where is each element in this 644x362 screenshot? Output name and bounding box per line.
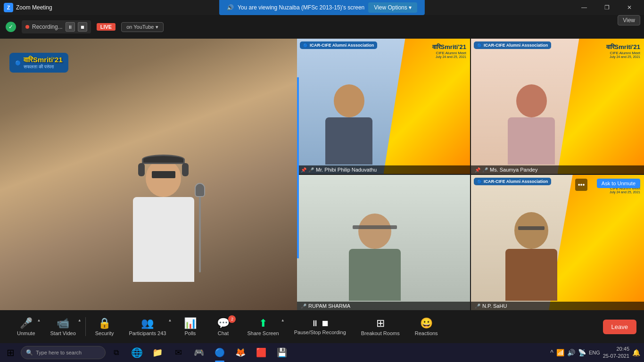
unmute-arrow: ▲ — [37, 318, 41, 322]
system-tray: ^ 📶 🔊 📡 ENG 20:45 25-07-2021 🔔 — [546, 343, 644, 362]
p4-banner-bg: वारिSmriti'21 CIFE Alumni Meet July 24 a… — [549, 175, 644, 310]
polls-label: Polls — [185, 330, 196, 336]
p2-banner-bg: वारिSmriti'21 CIFE Alumni Meet July 24 a… — [558, 39, 644, 174]
p2-pin-icon: 📌 — [475, 167, 480, 173]
start-video-label: Start Video — [50, 330, 76, 336]
p4-glasses — [518, 226, 545, 230]
p1-alumni-meet: CIFE Alumni Meet — [432, 51, 466, 55]
firefox-icon[interactable]: 🦊 — [230, 343, 251, 362]
pause-icon: ⏸ — [311, 319, 319, 329]
zoom-taskbar-icon[interactable]: 🔵 — [209, 343, 230, 362]
close-button[interactable]: ✕ — [619, 0, 640, 15]
stop-recording-button[interactable]: ⏹ — [78, 22, 87, 32]
leave-button[interactable]: Leave — [603, 320, 636, 334]
main-content: 🔵 वारिSmriti'21 सफलता की परंपरा — [0, 39, 644, 310]
chat-badge: 2 — [228, 315, 236, 323]
chat-button[interactable]: 💬 2 Chat — [206, 315, 239, 338]
p4-event-area: वारिSmriti'21 CIFE Alumni Meet July 24 a… — [549, 175, 644, 310]
participant-panel-saumya: वारिSmriti'21 CIFE Alumni Meet July 24 a… — [471, 39, 644, 174]
breakout-rooms-button[interactable]: ⊞ Breakout Rooms — [354, 315, 407, 338]
participants-button[interactable]: 👥 Participants 243 ▲ — [122, 315, 174, 338]
ask-unmute-button[interactable]: Ask to Unmute — [597, 179, 640, 188]
p2-face — [516, 84, 547, 117]
title-text: Zoom Meeting — [16, 4, 52, 11]
edge-icon[interactable]: 🌐 — [126, 343, 147, 362]
p1-event-name: वारिSmriti'21 — [432, 43, 466, 51]
search-icon: 🔍 — [26, 349, 33, 356]
polls-icon: 📊 — [184, 317, 197, 329]
clock: 20:45 25-07-2021 — [603, 346, 629, 360]
screen-share-panel: 🔵 वारिSmriti'21 सफलता की परंपरा — [0, 39, 297, 310]
participant-video-rupam: 🎤 RUPAM SHARMA — [297, 175, 470, 310]
taskview-button[interactable]: ⧉ — [106, 343, 126, 362]
top-right-controls: View — [618, 15, 640, 25]
participants-arrow: ▲ — [168, 318, 172, 322]
chat-label: Chat — [218, 330, 229, 336]
headphone-left — [138, 163, 145, 176]
search-bar[interactable]: 🔍 Type here to search — [21, 346, 106, 359]
clock-date: 25-07-2021 — [603, 353, 629, 360]
reactions-button[interactable]: 😀 Reactions — [407, 315, 446, 338]
p3-person — [349, 214, 401, 301]
p1-org-icon: 🔵 — [303, 43, 308, 48]
p1-name-bar: 📌 🎤 Mr. Phibi Philip Naduvathu — [297, 165, 470, 174]
p1-name-text: Mr. Phibi Philip Naduvathu — [316, 167, 377, 173]
recording-btn-icons: ⏸ ⏹ — [311, 319, 330, 329]
p2-mic-icon: 🎤 — [482, 167, 488, 173]
powerpoint-icon[interactable]: 🟥 — [251, 343, 272, 362]
p3-glasses — [353, 225, 397, 229]
security-button[interactable]: 🔒 Security — [88, 315, 122, 338]
pause-recording-button[interactable]: ⏸ — [66, 22, 75, 32]
live-badge: LIVE — [97, 23, 116, 31]
youtube-button[interactable]: on YouTube ▾ — [121, 22, 163, 32]
mic-head — [195, 183, 205, 197]
pause-stop-recording-button[interactable]: ⏸ ⏹ Pause/Stop Recording — [287, 317, 354, 337]
storage-icon[interactable]: 💾 — [272, 343, 292, 362]
p2-name-bar: 📌 🎤 Ms. Saumya Pandey — [471, 165, 644, 174]
chat-icon: 💬 — [217, 317, 230, 329]
p2-event-name: वारिSmriti'21 — [606, 43, 640, 51]
p1-banner-bg: वारिSmriti'21 CIFE Alumni Meet July 24 a… — [384, 39, 471, 174]
wifi-icon[interactable]: 📡 — [578, 349, 586, 356]
share-screen-button[interactable]: ⬆ Share Screen ▲ — [239, 315, 286, 338]
separator-1 — [85, 317, 86, 336]
share-screen-icon: ⬆ — [259, 317, 267, 329]
p4-body — [505, 249, 557, 301]
breakout-rooms-icon: ⊞ — [376, 317, 385, 329]
studio-person-silhouette — [121, 159, 206, 310]
view-button[interactable]: View — [618, 15, 640, 25]
video-arrow: ▲ — [78, 318, 82, 322]
minimize-button[interactable]: — — [573, 0, 595, 15]
view-options-button[interactable]: View Options ▾ — [368, 2, 417, 13]
studio-background: 🔵 वारिSmriti'21 सफलता की परंपरा — [0, 39, 297, 310]
p2-org-text: ICAR-CIFE Alumni Asssociation — [484, 43, 548, 48]
polls-button[interactable]: 📊 Polls — [173, 315, 206, 338]
p1-event-area: वारिSmriti'21 CIFE Alumni Meet July 24 a… — [384, 39, 471, 174]
start-video-button[interactable]: 📹 Start Video ▲ — [43, 315, 83, 338]
tray-arrow-icon[interactable]: ^ — [550, 349, 553, 356]
event-tagline: सफलता की परंपरा — [24, 64, 63, 70]
unmute-button[interactable]: 🎤 Unmute ▲ — [9, 315, 43, 338]
p2-alumni-meet: CIFE Alumni Meet — [606, 51, 640, 55]
clock-time: 20:45 — [603, 346, 629, 353]
mail-icon[interactable]: ✉ — [168, 343, 189, 362]
more-options-button[interactable]: ••• — [575, 179, 587, 191]
volume-icon[interactable]: 🔊 — [567, 349, 575, 356]
participant-grid: वारिSmriti'21 CIFE Alumni Meet July 24 a… — [297, 39, 644, 310]
start-button[interactable]: ⊞ — [0, 343, 21, 362]
org-icon: 🔵 — [15, 60, 21, 66]
p4-org-text: ICAR-CIFE Alumni Asssociation — [484, 179, 548, 184]
network-icon[interactable]: 📶 — [556, 349, 564, 356]
p1-org-text: ICAR-CIFE Alumni Asssociation — [310, 43, 374, 48]
explorer-icon[interactable]: 📁 — [147, 343, 168, 362]
recording-controls: ⏸ ⏹ — [66, 22, 87, 32]
xbox-icon[interactable]: 🎮 — [189, 343, 209, 362]
panel-divider[interactable] — [297, 77, 299, 258]
restore-button[interactable]: ❐ — [596, 0, 618, 15]
notification-icon[interactable]: 🔔 — [632, 349, 640, 356]
title-bar-left: Z Zoom Meeting — [4, 3, 52, 12]
p2-body — [508, 117, 555, 165]
person-head — [146, 159, 181, 197]
share-screen-label: Share Screen — [247, 330, 279, 336]
p4-face — [514, 212, 548, 249]
